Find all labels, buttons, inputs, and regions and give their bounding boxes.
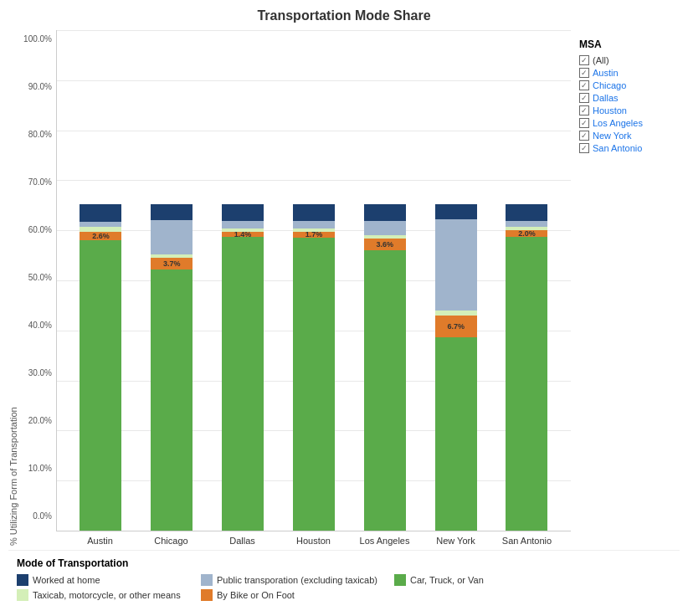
legend-checkbox[interactable]: ✓ [579,143,589,153]
bar: 2.6% [80,204,121,531]
bar-segment-bikeOrFoot: 6.7% [435,316,477,337]
bottom-legend-item: Public transporation (excluding taxicab) [201,574,377,586]
legend-color-box [17,589,28,601]
y-axis-label: 0.0% [33,511,52,521]
x-axis-label: Chicago [146,536,197,546]
y-axis: 100.0%90.0%80.0%70.0%60.0%50.0%40.0%30.0… [18,30,56,546]
legend-checkbox[interactable]: ✓ [579,118,589,128]
chart-main: 100.0%90.0%80.0%70.0%60.0%50.0%40.0%30.0… [18,30,571,546]
chart-title: Transportation Mode Share [8,8,680,23]
bar-value-label: 2.6% [80,232,121,240]
chart-with-yaxis: 100.0%90.0%80.0%70.0%60.0%50.0%40.0%30.0… [18,30,571,546]
bars-area: 2.6%3.7%1.4%1.7%3.6%6.7%2.0% AustinChica… [56,30,571,546]
bars-wrapper: 2.6%3.7%1.4%1.7%3.6%6.7%2.0% [56,30,571,531]
legend-item-austin[interactable]: ✓Austin [579,68,671,78]
bar-segment-publicTransport [222,221,264,229]
x-axis-label: Dallas [218,536,268,546]
bar: 2.0% [506,204,547,531]
bar-column: 6.7% [431,34,481,531]
legend-color-box [201,574,213,586]
bar-column: 3.7% [146,34,197,531]
bar: 6.7% [435,204,477,531]
bottom-legend: Mode of Transportation Worked at homePub… [8,550,680,608]
bottom-legend-title: Mode of Transportation [17,557,671,569]
legend-checkbox[interactable]: ✓ [579,93,589,103]
legend-item-sanantonio[interactable]: ✓San Antonio [579,143,671,153]
bar-segment-carTruckVan [506,237,547,531]
bar-segment-taxicab [80,227,121,232]
legend-checkbox[interactable]: ✓ [579,80,589,90]
legend-color-box [17,574,28,586]
bar-segment-carTruckVan [80,240,121,531]
bar-segment-taxicab [506,227,547,230]
y-axis-label: 60.0% [28,225,52,234]
x-axis-label: New York [431,536,481,546]
bar-segment-bikeOrFoot: 3.6% [364,239,406,250]
legend-item-newyork[interactable]: ✓New York [579,131,671,141]
bar-value-label: 3.6% [364,240,406,249]
y-axis-label: 20.0% [28,416,52,425]
bar: 3.6% [364,204,406,531]
bar-segment-carTruckVan [364,250,406,531]
bar-segment-taxicab [293,228,335,232]
legend-color-box [201,589,213,601]
bars-group: 2.6%3.7%1.4%1.7%3.6%6.7%2.0% [65,34,562,531]
bar-segment-bikeOrFoot: 3.7% [151,258,193,270]
bottom-legend-label: Worked at home [33,575,100,585]
bar: 3.7% [151,204,193,531]
legend-checkbox[interactable]: ✓ [579,55,589,65]
bar-segment-publicTransport [364,221,406,236]
bar-segment-carTruckVan [293,238,335,531]
bar-segment-workedAtHome [293,204,335,221]
bar: 1.7% [293,204,335,531]
bottom-legend-label: Car, Truck, or Van [410,575,484,585]
bar-segment-bikeOrFoot: 2.6% [80,232,121,240]
bar-segment-carTruckVan [222,237,264,531]
bottom-legend-item: Car, Truck, or Van [394,574,562,586]
legend-checkbox[interactable]: ✓ [579,105,589,116]
bar-segment-workedAtHome [151,204,193,220]
bar-segment-taxicab [435,311,477,316]
legend-label: San Antonio [593,143,642,153]
legend-item-dallas[interactable]: ✓Dallas [579,93,671,103]
bar-segment-workedAtHome [435,204,477,219]
y-axis-label: 100.0% [23,34,52,44]
bar-segment-bikeOrFoot: 2.0% [506,230,547,237]
bar-segment-publicTransport [435,219,477,311]
legend-label: New York [593,131,631,141]
y-axis-title: % Utilizing Form of Transportation [8,30,18,546]
bottom-legend-item: By Bike or On Foot [201,589,368,601]
bottom-legend-label: Taxicab, motorcycle, or other means [33,590,181,600]
bar-column: 1.4% [218,34,268,531]
y-axis-label: 70.0% [28,177,52,187]
bottom-legend-item: Worked at home [17,574,184,586]
bar-segment-taxicab [222,228,264,232]
legend-label: Chicago [593,80,626,90]
legend-label: Austin [593,68,619,78]
y-axis-label: 90.0% [28,82,52,91]
legend-checkbox[interactable]: ✓ [579,131,589,141]
legend-label: Dallas [593,93,619,103]
x-axis-label: San Antonio [502,536,552,546]
legend-item-chicago[interactable]: ✓Chicago [579,80,671,90]
bar-segment-workedAtHome [364,204,406,221]
legend-item-losangeles[interactable]: ✓Los Angeles [579,118,671,128]
chart-container: Transportation Mode Share % Utilizing Fo… [0,0,688,616]
legend-area: MSA ✓(All)✓Austin✓Chicago✓Dallas✓Houston… [571,30,680,546]
y-axis-label: 10.0% [28,464,52,473]
x-axis-label: Austin [75,536,126,546]
bar-segment-publicTransport [80,222,121,227]
legend-title: MSA [579,38,671,50]
legend-checkbox[interactable]: ✓ [579,68,589,78]
x-axis-label: Houston [289,536,339,546]
bar-segment-workedAtHome [506,204,547,221]
legend-item-houston[interactable]: ✓Houston [579,105,671,116]
bar-value-label: 2.0% [506,229,547,238]
legend-label: (All) [593,55,609,65]
legend-item-all[interactable]: ✓(All) [579,55,671,65]
bar-segment-publicTransport [151,220,193,254]
bottom-legend-label: By Bike or On Foot [217,590,295,600]
y-axis-label: 40.0% [28,321,52,330]
bottom-legend-item: Taxicab, motorcycle, or other means [17,589,184,601]
bar-segment-workedAtHome [80,204,121,222]
